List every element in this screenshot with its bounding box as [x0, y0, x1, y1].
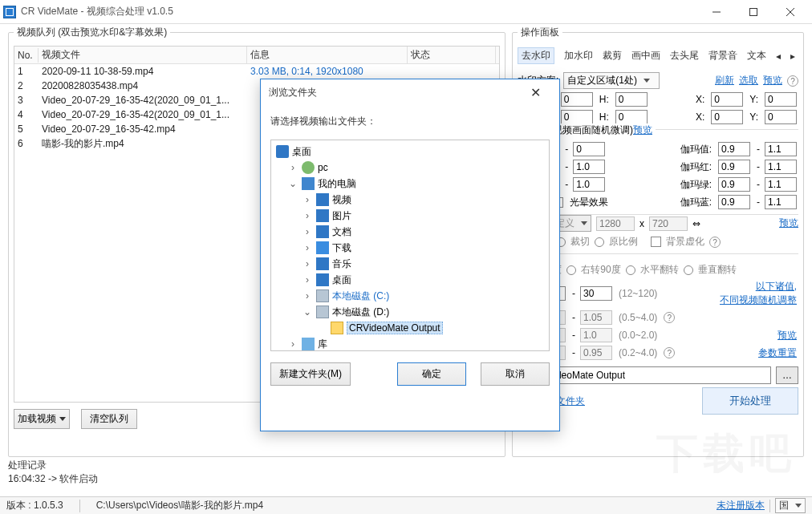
refresh-link[interactable]: 刷新 — [715, 74, 734, 87]
rot-hflip-radio[interactable] — [626, 265, 635, 275]
help-icon[interactable]: ? — [787, 75, 798, 87]
col-no[interactable]: No. — [14, 48, 39, 63]
param-preview-link[interactable]: 预览 — [777, 329, 797, 342]
downloads-icon — [316, 241, 329, 254]
h2-input[interactable] — [615, 110, 648, 124]
log-title: 处理记录 — [8, 459, 804, 472]
tree-music[interactable]: ›音乐 — [273, 256, 547, 272]
opt-ratio-radio[interactable] — [595, 237, 604, 247]
computer-icon — [302, 177, 315, 190]
log-area: 处理记录 16:04:32 -> 软件启动 — [0, 457, 812, 488]
adjust-preview-link[interactable]: 预览 — [633, 123, 652, 137]
tabs-chevron-right-icon[interactable]: ▸ — [790, 51, 795, 62]
music-icon — [316, 257, 329, 270]
dialog-close-button[interactable]: ✕ — [519, 85, 551, 100]
tree-pc-user[interactable]: ›pc — [273, 160, 547, 176]
adj-b1[interactable] — [573, 142, 605, 156]
x-input[interactable] — [711, 92, 743, 107]
size-help-icon[interactable]: ? — [709, 237, 721, 248]
tree-output-folder[interactable]: CRVideoMate Output — [273, 320, 547, 336]
gamma-val-a[interactable] — [718, 142, 750, 156]
tree-videos[interactable]: ›视频 — [273, 192, 547, 208]
browse-output-button[interactable]: … — [776, 366, 798, 384]
tab-trim[interactable]: 去头尾 — [670, 49, 699, 63]
w-input[interactable] — [561, 92, 593, 107]
gamma-g-a[interactable] — [718, 177, 750, 192]
maximize-button[interactable] — [735, 0, 772, 24]
tree-desktop2[interactable]: ›桌面 — [273, 272, 547, 288]
col-info[interactable]: 信息 — [247, 47, 408, 63]
param-last-b[interactable] — [580, 346, 612, 360]
tab-pip[interactable]: 画中画 — [631, 49, 660, 63]
tab-add-watermark[interactable]: 加水印 — [564, 49, 593, 63]
select-region-link[interactable]: 选取 — [739, 74, 758, 87]
rot-vflip-radio[interactable] — [684, 265, 693, 275]
adj-b2[interactable] — [573, 160, 605, 174]
close-button[interactable] — [772, 0, 809, 24]
folder-tree[interactable]: 桌面 ›pc ⌄我的电脑 ›视频 ›图片 ›文档 ›下载 ›音乐 ›桌面 ›本地… — [270, 140, 550, 351]
tree-disk-d[interactable]: ⌄本地磁盘 (D:) — [273, 304, 547, 320]
operation-tabs: 去水印 加水印 裁剪 画中画 去头尾 背景音 文本 ◂ ▸ — [518, 44, 798, 69]
preview-link[interactable]: 预览 — [763, 74, 782, 87]
desktop2-icon — [316, 273, 329, 286]
video-queue-legend: 视频队列 (双击预览水印&字幕效果) — [14, 26, 170, 39]
statusbar: 版本 : 1.0.5.3 C:\Users\pc\Videos\喵影-我的影片.… — [0, 496, 812, 514]
gamma-val-b[interactable] — [765, 142, 797, 156]
gamma-r-a[interactable] — [718, 160, 750, 174]
tab-bgm[interactable]: 背景音 — [708, 49, 737, 63]
scheme-combo[interactable]: 自定义区域(1处) — [563, 72, 660, 89]
minimize-button[interactable] — [698, 0, 735, 24]
tree-docs[interactable]: ›文档 — [273, 224, 547, 240]
status-path: C:\Users\pc\Videos\喵影-我的影片.mp4 — [96, 499, 264, 512]
param-seg-b[interactable] — [580, 328, 612, 342]
tree-disk-c[interactable]: ›本地磁盘 (C:) — [273, 288, 547, 304]
x2-input[interactable] — [711, 110, 743, 124]
param-reset-link[interactable]: 参数重置 — [758, 346, 797, 360]
gamma-b-a[interactable] — [718, 195, 750, 209]
tree-downloads[interactable]: ›下载 — [273, 240, 547, 256]
language-combo[interactable]: 国 — [775, 498, 806, 513]
clear-queue-button[interactable]: 清空队列 — [81, 409, 137, 429]
adj-b3[interactable] — [573, 177, 605, 192]
svg-rect-1 — [750, 8, 757, 15]
size-preview-link[interactable]: 预览 — [779, 217, 798, 230]
y2-input[interactable] — [765, 110, 797, 124]
size-w-input[interactable] — [596, 217, 635, 231]
tab-remove-watermark[interactable]: 去水印 — [518, 47, 554, 64]
col-file[interactable]: 视频文件 — [39, 47, 247, 63]
gamma-g-b[interactable] — [765, 177, 797, 192]
col-status[interactable]: 状态 — [408, 47, 496, 63]
load-video-button[interactable]: 加载视频 — [14, 409, 70, 429]
opt-blur-checkbox[interactable] — [651, 237, 661, 247]
dialog-new-folder-button[interactable]: 新建文件夹(M) — [270, 362, 351, 386]
videos-icon — [316, 193, 329, 206]
table-row[interactable]: 12020-09-11 10-38-59.mp43.03 MB, 0:14, 1… — [14, 64, 499, 79]
tree-pictures[interactable]: ›图片 — [273, 208, 547, 224]
param-deg-b[interactable] — [580, 310, 612, 325]
tab-text[interactable]: 文本 — [747, 49, 766, 63]
tab-crop[interactable]: 裁剪 — [603, 49, 622, 63]
dialog-ok-button[interactable]: 确定 — [397, 362, 466, 386]
start-process-button[interactable]: 开始处理 — [702, 387, 798, 415]
w2-input[interactable] — [561, 110, 593, 124]
rot-r90-radio[interactable] — [566, 265, 576, 275]
dialog-cancel-button[interactable]: 取消 — [481, 362, 550, 386]
size-h-input[interactable] — [649, 217, 688, 231]
param-range-b[interactable] — [580, 286, 612, 301]
swap-icon[interactable]: ⇔ — [692, 218, 700, 229]
h-input[interactable] — [615, 92, 648, 107]
tree-lib[interactable]: ›库 — [273, 336, 547, 351]
y-input[interactable] — [765, 92, 797, 107]
gamma-r-b[interactable] — [765, 160, 797, 174]
status-unregistered-link[interactable]: 未注册版本 — [717, 499, 765, 512]
docs-icon — [316, 225, 329, 238]
status-version: 版本 : 1.0.5.3 — [6, 499, 63, 512]
log-line: 16:04:32 -> 软件启动 — [8, 472, 804, 486]
tabs-chevron-left-icon[interactable]: ◂ — [776, 51, 781, 62]
param-last-help-icon[interactable]: ? — [664, 347, 675, 358]
gamma-b-b[interactable] — [765, 195, 797, 209]
tree-desktop[interactable]: 桌面 — [273, 144, 547, 160]
tree-my-computer[interactable]: ⌄我的电脑 — [273, 176, 547, 192]
param-deg-help-icon[interactable]: ? — [664, 312, 675, 323]
library-icon — [302, 338, 315, 350]
